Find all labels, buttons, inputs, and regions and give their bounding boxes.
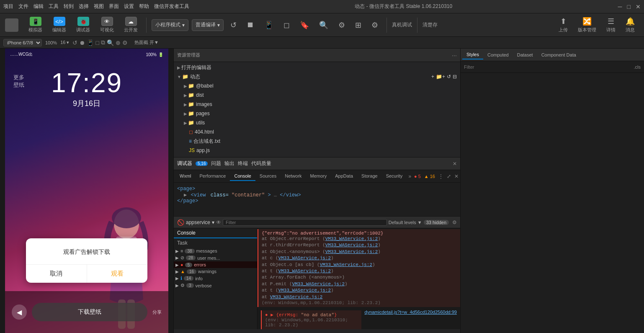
project-actions[interactable]: + 📁+ ↺ ⊟ [431, 74, 457, 80]
stack-link-2[interactable]: VM33_WAService.js:2 [325, 243, 378, 248]
devtools-tab-console[interactable]: Console [230, 172, 255, 181]
modal-cancel-button[interactable]: 取消 [26, 265, 87, 283]
file-babel[interactable]: ▶ 📁 @babel [174, 81, 460, 90]
stack-link-3[interactable]: VM33_WAService.js:2 [325, 249, 378, 254]
menu-item-interface[interactable]: 界面 [109, 3, 119, 10]
debug-tab-main[interactable]: 调试器 [177, 160, 192, 167]
stack-link-6[interactable]: VM33_WAService.js:2 [278, 268, 331, 274]
compile-action-button[interactable]: ⚙ [335, 19, 348, 31]
devtools-expand-icon[interactable]: ⤢ [447, 173, 451, 179]
console-settings-icon[interactable]: ⚙ [452, 219, 457, 225]
explorer-more-icon[interactable]: ··· [452, 52, 457, 59]
devtools-menu-icon[interactable]: ⋮ [438, 173, 443, 179]
devtools-more-icon[interactable]: » [407, 173, 413, 179]
upload-button[interactable]: ⬆ 上传 [554, 15, 572, 35]
modal-confirm-button[interactable]: 观看 [87, 265, 148, 283]
stack-link-9[interactable]: VM33_WAService.js:2 [278, 288, 331, 293]
visual-button[interactable]: 👁 可视化 [97, 15, 117, 35]
file-appjs[interactable]: JS app.js [174, 146, 460, 155]
styles-tab[interactable]: Styles [462, 50, 483, 59]
copy-icon[interactable]: ⧉ [101, 39, 105, 46]
console-group-user[interactable]: ▶ ⊘ 28 user mes... [174, 254, 257, 261]
console-group-info[interactable]: ▶ ℹ 14 info [174, 275, 257, 282]
menu-item-tools[interactable]: 工具 [49, 3, 59, 10]
config-icon[interactable]: ⚙ [122, 39, 128, 46]
debug-tab-output[interactable]: 输出 [224, 160, 234, 167]
collapse-icon[interactable]: ⊟ [453, 74, 457, 80]
computed-tab[interactable]: Computed [483, 51, 513, 59]
search2-icon[interactable]: 🔍 [107, 39, 114, 46]
console-filter-input[interactable] [223, 219, 387, 226]
menu-item-file[interactable]: 文件 [18, 3, 28, 10]
menu-item-select[interactable]: 选择 [79, 3, 89, 10]
console-clear-icon[interactable]: 🚫 [177, 219, 184, 226]
devtools-tab-performance[interactable]: Performance [196, 172, 230, 181]
explorer-header-icons[interactable]: ··· [452, 52, 457, 59]
menu-item-edit[interactable]: 编辑 [33, 3, 44, 10]
dom-arrow[interactable]: ▶ [184, 192, 187, 198]
debug-tab-quality[interactable]: 代码质量 [251, 160, 271, 167]
debug-tab-issues[interactable]: 问题 [211, 160, 221, 167]
project-header[interactable]: ▼ 📁 动态 + 📁+ ↺ ⊟ [174, 72, 460, 81]
devtools-close-icon[interactable]: ✕ [454, 173, 459, 179]
file-utils[interactable]: ▶ 📁 utils [174, 118, 460, 127]
file-dist[interactable]: ▶ 📁 dist [174, 90, 460, 100]
heatmap-label[interactable]: 热面截 开▼ [134, 39, 159, 46]
file-images[interactable]: ▶ 📁 images [174, 100, 460, 109]
file-domain[interactable]: ≡ 合法域名.txt [174, 137, 460, 146]
stack-link-5[interactable]: VM33_WAService.js:2 [320, 262, 372, 267]
refresh-button[interactable]: ↺ [227, 19, 240, 31]
refresh-tree-icon[interactable]: ↺ [447, 74, 451, 80]
phone-download-button[interactable]: 下载壁纸 [32, 303, 147, 321]
settings2-button[interactable]: ⚙ [368, 19, 381, 31]
devtools-tab-memory[interactable]: Memory [306, 172, 331, 181]
titlebar-menu[interactable]: 项目 文件 编辑 工具 转到 选择 视图 界面 设置 帮助 微信开发者工具 [3, 3, 189, 10]
menu-item-wechat[interactable]: 微信开发者工具 [154, 3, 189, 10]
mode-dropdown[interactable]: 小程序模式 ▾ [152, 19, 188, 31]
screenshot-icon[interactable]: □ [95, 39, 99, 46]
stack-link-1[interactable]: VM33_WAService.js:2 [325, 236, 378, 241]
console-levels[interactable]: Default levels ▼ [389, 220, 422, 225]
devtools-tab-security[interactable]: Security [382, 172, 407, 181]
phone2-icon[interactable]: 📱 [87, 39, 94, 46]
add-file-icon[interactable]: + [431, 74, 434, 80]
cloud-button[interactable]: ☁ 云开发 [121, 15, 141, 35]
devtools-tab-sources[interactable]: Sources [255, 172, 281, 181]
menu-item-help[interactable]: 帮助 [139, 3, 149, 10]
task-tab[interactable]: Task [174, 238, 257, 248]
debug-close[interactable]: ✕ [453, 161, 457, 167]
menu-item-goto[interactable]: 转到 [64, 3, 74, 10]
preview-button[interactable]: ◻ [280, 19, 293, 31]
simulator-button[interactable]: 📱 模拟器 [25, 15, 46, 35]
filter-cls-badge[interactable]: .cls [634, 65, 641, 70]
message-button[interactable]: 🔔 消息 [621, 15, 639, 35]
version-button[interactable]: 🔀 版本管理 [574, 15, 600, 35]
minimize-button[interactable]: ─ [618, 3, 622, 10]
detail-button[interactable]: ☰ 详情 [602, 15, 620, 35]
stack-link-10[interactable]: VM33_WAService.js:2 [270, 294, 322, 299]
component-data-tab[interactable]: Component Data [537, 51, 580, 59]
search-button[interactable]: 🔍 [316, 19, 332, 31]
console-group-messages[interactable]: ▶ ≡ 38 messages [174, 248, 257, 254]
titlebar-controls[interactable]: ─ □ ✕ [618, 3, 641, 10]
console-group-warnings[interactable]: ▶ ▲ 16 warnings [174, 268, 257, 275]
add-folder-icon[interactable]: 📁+ [436, 74, 445, 80]
menu-item-project[interactable]: 项目 [3, 3, 13, 10]
console-group-errors[interactable]: ▶ ● 5 errors [174, 261, 257, 268]
console-group-verbose[interactable]: ▶ ⚙ 3 verbose [174, 282, 257, 289]
console-eye-icon[interactable]: 👁 [216, 219, 221, 225]
device-button[interactable]: 📱 [261, 19, 277, 31]
style-filter-input[interactable] [464, 65, 632, 70]
file-404[interactable]: ◻ 404.html [174, 127, 460, 137]
file-pages[interactable]: ▶ 📁 pages [174, 109, 460, 118]
console-tab[interactable]: Console [174, 228, 257, 238]
compile-dropdown[interactable]: 普通编译 ▾ [192, 19, 224, 31]
dataset-tab[interactable]: Dataset [513, 51, 537, 59]
editor-button[interactable]: </> 编辑器 [49, 15, 70, 35]
devtools-tab-storage[interactable]: Storage [357, 172, 382, 181]
wifi-icon[interactable]: ⊕ [116, 39, 121, 46]
debugger-button[interactable]: 🐞 调试器 [73, 15, 93, 35]
phone-back-button[interactable]: ◀ [12, 305, 27, 320]
menu-item-settings[interactable]: 设置 [124, 3, 134, 10]
maximize-button[interactable]: □ [627, 3, 631, 10]
